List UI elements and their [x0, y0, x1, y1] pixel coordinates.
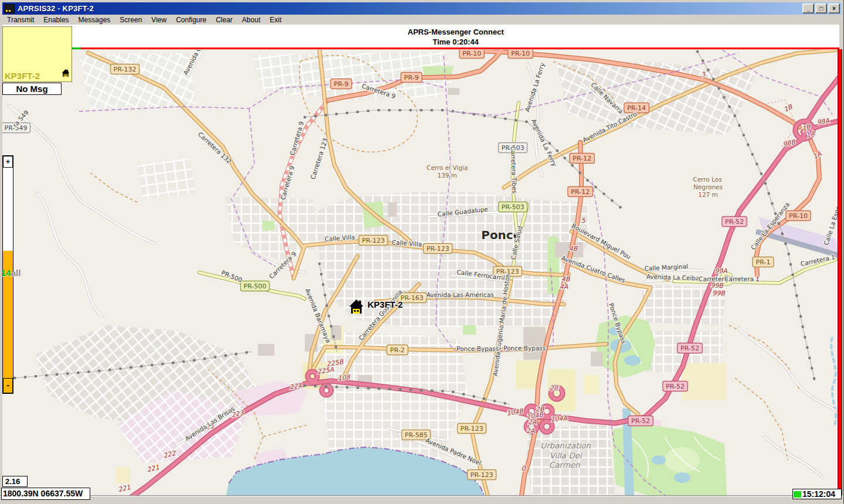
- road-shield: PR-12: [568, 187, 593, 197]
- svg-text:PR-52: PR-52: [666, 383, 685, 390]
- exit-label: 2A: [528, 418, 537, 426]
- exit-label: 4A: [560, 283, 569, 291]
- header-progress-green: [72, 47, 81, 49]
- road-shield: PR-2: [387, 345, 408, 355]
- svg-text:PR-14: PR-14: [627, 104, 646, 112]
- road-shield: PR-9: [401, 73, 422, 83]
- cursor-coordinates: 1800.39N 06637.55W: [1, 488, 90, 500]
- exit-label: 2A: [526, 427, 535, 435]
- svg-text:PR-10: PR-10: [511, 50, 530, 57]
- map-label: Avenida Las Américas: [426, 291, 494, 298]
- zoom-range-text: all: [11, 268, 21, 278]
- map-label: 139 m: [437, 172, 457, 179]
- exit-label: 0: [522, 465, 526, 472]
- zoom-range-label: 14all: [1, 268, 21, 278]
- map-viewport[interactable]: PR-132PR-9PR-9PR-10PR-10PR-14PR-549PR-50…: [2, 50, 838, 495]
- map-label: Carretera 1: [724, 275, 760, 282]
- road-shield: PR-10: [508, 50, 533, 59]
- clock-time: 15:12:04: [802, 489, 835, 499]
- road-shield: PR-10: [786, 211, 811, 221]
- road-shield: PR-1: [753, 257, 774, 267]
- header-underline-red: [81, 47, 839, 49]
- svg-text:PR-9: PR-9: [334, 80, 349, 88]
- road-shield: PR-52: [678, 343, 703, 353]
- exit-label: 104A: [550, 414, 568, 423]
- zoom-in-button[interactable]: +: [3, 156, 13, 168]
- road-shield: PR-52: [628, 416, 654, 426]
- exit-label: 99A: [714, 267, 727, 275]
- menu-view[interactable]: View: [147, 15, 171, 25]
- menu-about[interactable]: About: [237, 15, 265, 25]
- svg-text:PR-12: PR-12: [573, 155, 591, 162]
- house-icon: [61, 69, 70, 80]
- app-window: APRSIS32 - KP3FT-2 _ □ × Transmit Enable…: [0, 0, 844, 504]
- svg-text:PR-52: PR-52: [725, 218, 744, 226]
- header-uptime: Time 0:20:44: [72, 37, 839, 47]
- clock-box: 15:12:04: [792, 489, 842, 499]
- road-shield: PR-503: [499, 202, 528, 212]
- station-marker[interactable]: KP3FT-2: [349, 299, 403, 316]
- exit-label: 4B: [561, 275, 571, 283]
- map-canvas[interactable]: PR-132PR-9PR-9PR-10PR-10PR-14PR-549PR-50…: [2, 50, 838, 495]
- menu-messages[interactable]: Messages: [74, 15, 115, 25]
- svg-text:PR-1: PR-1: [756, 258, 771, 266]
- map-label: Ponce Bypass: [503, 345, 546, 352]
- svg-text:PR-585: PR-585: [405, 431, 428, 439]
- house-icon: [349, 299, 364, 316]
- svg-text:PR-132: PR-132: [114, 66, 137, 73]
- road-shield: PR-9: [331, 79, 352, 89]
- zoom-out-button[interactable]: -: [3, 378, 13, 393]
- svg-text:PR-12: PR-12: [571, 188, 590, 196]
- road-shield: PR-52: [663, 382, 688, 391]
- svg-text:PR-2: PR-2: [390, 346, 405, 354]
- map-label: Villa Del: [549, 451, 583, 460]
- map-scale-value: 2.16: [2, 476, 28, 487]
- svg-text:PR-123: PR-123: [362, 237, 385, 244]
- menu-clear[interactable]: Clear: [211, 15, 237, 25]
- close-button[interactable]: ×: [828, 4, 840, 13]
- map-label: Cerro el Vigia: [427, 164, 468, 171]
- road-shield: PR-123: [359, 236, 388, 246]
- marker-callsign: KP3FT-2: [367, 299, 403, 309]
- svg-text:PR-123: PR-123: [471, 471, 494, 479]
- window-bottom-border: [0, 495, 844, 504]
- station-panel[interactable]: KP3FT-2: [2, 26, 72, 82]
- exit-label: 2C: [550, 384, 559, 392]
- menu-screen[interactable]: Screen: [115, 15, 147, 25]
- road-shield: PR-132: [111, 64, 139, 74]
- exit-label: 5: [581, 217, 586, 224]
- exit-label: 99B: [712, 290, 726, 297]
- header-connect-status: APRS-Messenger Connect: [72, 27, 839, 37]
- message-status-box[interactable]: No Msg: [2, 83, 62, 95]
- svg-text:PR-500: PR-500: [244, 282, 267, 290]
- map-label: Ponce Bypass: [457, 345, 499, 352]
- svg-text:PR-52: PR-52: [680, 345, 699, 352]
- svg-text:PR-10: PR-10: [789, 212, 808, 220]
- menu-transmit[interactable]: Transmit: [2, 15, 39, 25]
- road-shield: PR-500: [241, 281, 270, 291]
- map-right-border-red: [838, 49, 842, 495]
- menu-exit[interactable]: Exit: [265, 15, 286, 25]
- road-shield: PR-52: [722, 217, 747, 227]
- svg-text:PR-9: PR-9: [404, 74, 419, 81]
- exit-label: 4B: [569, 245, 578, 253]
- menu-configure[interactable]: Configure: [171, 15, 211, 25]
- minimize-button[interactable]: _: [802, 4, 814, 13]
- maximize-button[interactable]: □: [815, 4, 827, 13]
- svg-text:PR-52: PR-52: [631, 417, 650, 425]
- title-bar[interactable]: APRSIS32 - KP3FT-2 _ □ ×: [2, 2, 842, 15]
- status-header: APRS-Messenger Connect Time 0:20:44: [72, 25, 839, 48]
- road-shield: PR-123: [458, 424, 486, 434]
- road-shield: PR-123: [424, 244, 452, 254]
- svg-text:PR-123: PR-123: [461, 425, 484, 433]
- map-label: Carmen: [549, 460, 580, 469]
- app-icon: [4, 4, 15, 13]
- exit-label: 99B: [710, 282, 724, 290]
- map-label: Urbanization: [540, 441, 591, 450]
- menu-enables[interactable]: Enables: [39, 15, 73, 25]
- road-shield: PR-10: [460, 50, 485, 59]
- road-shield: PR-123: [468, 470, 496, 480]
- menu-bar: Transmit Enables Messages Screen View Co…: [2, 15, 842, 25]
- svg-text:PR-10: PR-10: [462, 50, 481, 57]
- station-callsign: KP3FT-2: [5, 71, 40, 81]
